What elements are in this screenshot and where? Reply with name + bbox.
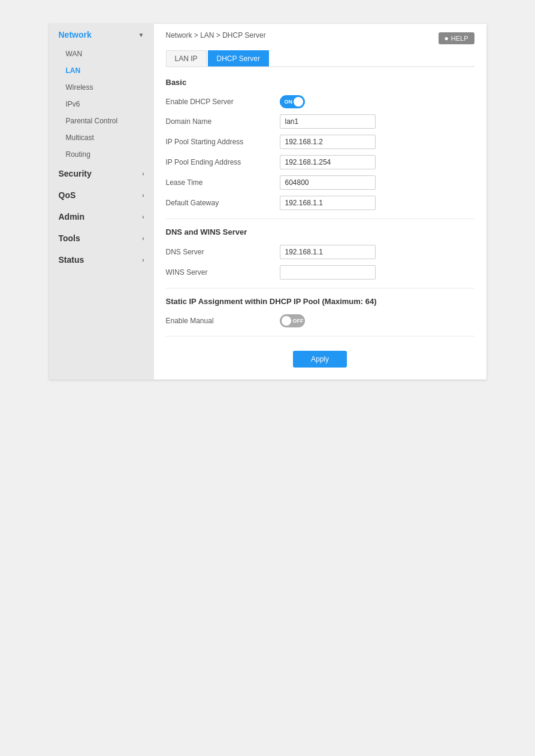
sidebar-item-tools[interactable]: Tools › bbox=[49, 227, 154, 249]
input-wins-server[interactable] bbox=[280, 265, 376, 280]
field-enable-manual: Enable Manual OFF bbox=[166, 314, 474, 327]
label-default-gateway: Default Gateway bbox=[166, 199, 280, 207]
label-enable-manual: Enable Manual bbox=[166, 317, 280, 325]
field-domain-name: Domain Name bbox=[166, 114, 474, 129]
label-dns-server: DNS Server bbox=[166, 248, 280, 256]
label-enable-dhcp: Enable DHCP Server bbox=[166, 98, 280, 106]
qos-chevron-icon: › bbox=[142, 192, 144, 199]
field-dns-server: DNS Server bbox=[166, 245, 474, 259]
input-lease-time[interactable] bbox=[280, 175, 376, 190]
tools-chevron-icon: › bbox=[142, 235, 144, 242]
sidebar-item-parental-control[interactable]: Parental Control bbox=[49, 113, 154, 129]
sidebar-item-wan[interactable]: WAN bbox=[49, 45, 154, 62]
label-lease-time: Lease Time bbox=[166, 178, 280, 187]
sidebar-item-ipv6[interactable]: IPv6 bbox=[49, 96, 154, 113]
sidebar-item-lan[interactable]: LAN bbox=[49, 62, 154, 79]
sidebar-item-network[interactable]: Network ▼ bbox=[49, 24, 154, 45]
field-default-gateway: Default Gateway bbox=[166, 196, 474, 210]
sidebar-item-security[interactable]: Security › bbox=[49, 163, 154, 184]
sidebar-item-wireless[interactable]: Wireless bbox=[49, 79, 154, 96]
help-circle-icon: ● bbox=[445, 34, 449, 42]
sidebar-item-multicast[interactable]: Multicast bbox=[49, 129, 154, 146]
sidebar-network-label: Network bbox=[59, 30, 92, 40]
input-domain-name[interactable] bbox=[280, 114, 376, 129]
breadcrumb: Network > LAN > DHCP Server bbox=[166, 31, 266, 40]
label-domain-name: Domain Name bbox=[166, 117, 280, 126]
field-lease-time: Lease Time bbox=[166, 175, 474, 190]
toggle-dhcp-knob bbox=[294, 97, 303, 107]
dns-section-title: DNS and WINS Server bbox=[166, 227, 474, 236]
static-ip-section-title: Static IP Assignment within DHCP IP Pool… bbox=[166, 297, 474, 306]
status-chevron-icon: › bbox=[142, 257, 144, 263]
help-button[interactable]: ● HELP bbox=[439, 32, 474, 44]
admin-chevron-icon: › bbox=[142, 214, 144, 220]
tab-lan-ip[interactable]: LAN IP bbox=[166, 50, 207, 66]
field-wins-server: WINS Server bbox=[166, 265, 474, 280]
field-ip-pool-start: IP Pool Starting Address bbox=[166, 135, 474, 149]
network-chevron-icon: ▼ bbox=[138, 32, 144, 38]
field-enable-dhcp: Enable DHCP Server ON bbox=[166, 95, 474, 108]
basic-section-title: Basic bbox=[166, 78, 474, 87]
toggle-enable-manual[interactable]: OFF bbox=[280, 314, 305, 327]
apply-button[interactable]: Apply bbox=[293, 351, 347, 368]
sidebar-item-routing[interactable]: Routing bbox=[49, 146, 154, 163]
input-default-gateway[interactable] bbox=[280, 196, 376, 210]
divider-2 bbox=[166, 288, 474, 289]
input-ip-pool-end[interactable] bbox=[280, 155, 376, 169]
tabs-bar: LAN IP DHCP Server bbox=[166, 50, 474, 67]
sidebar: Network ▼ WAN LAN Wireless IPv6 Parental… bbox=[49, 24, 154, 379]
security-chevron-icon: › bbox=[142, 171, 144, 177]
sidebar-item-qos[interactable]: QoS › bbox=[49, 184, 154, 206]
sidebar-item-status[interactable]: Status › bbox=[49, 249, 154, 271]
input-ip-pool-start[interactable] bbox=[280, 135, 376, 149]
divider-1 bbox=[166, 218, 474, 219]
field-ip-pool-end: IP Pool Ending Address bbox=[166, 155, 474, 169]
toggle-dhcp-server[interactable]: ON bbox=[280, 95, 305, 108]
toggle-manual-knob bbox=[282, 316, 291, 326]
label-ip-pool-start: IP Pool Starting Address bbox=[166, 138, 280, 146]
sidebar-network-subitems: WAN LAN Wireless IPv6 Parental Control M… bbox=[49, 45, 154, 163]
input-dns-server[interactable] bbox=[280, 245, 376, 259]
divider-3 bbox=[166, 336, 474, 336]
sidebar-item-admin[interactable]: Admin › bbox=[49, 206, 154, 227]
main-content: Network > LAN > DHCP Server ● HELP LAN I… bbox=[154, 24, 486, 379]
label-wins-server: WINS Server bbox=[166, 268, 280, 277]
tab-dhcp-server[interactable]: DHCP Server bbox=[208, 50, 269, 66]
label-ip-pool-end: IP Pool Ending Address bbox=[166, 158, 280, 166]
